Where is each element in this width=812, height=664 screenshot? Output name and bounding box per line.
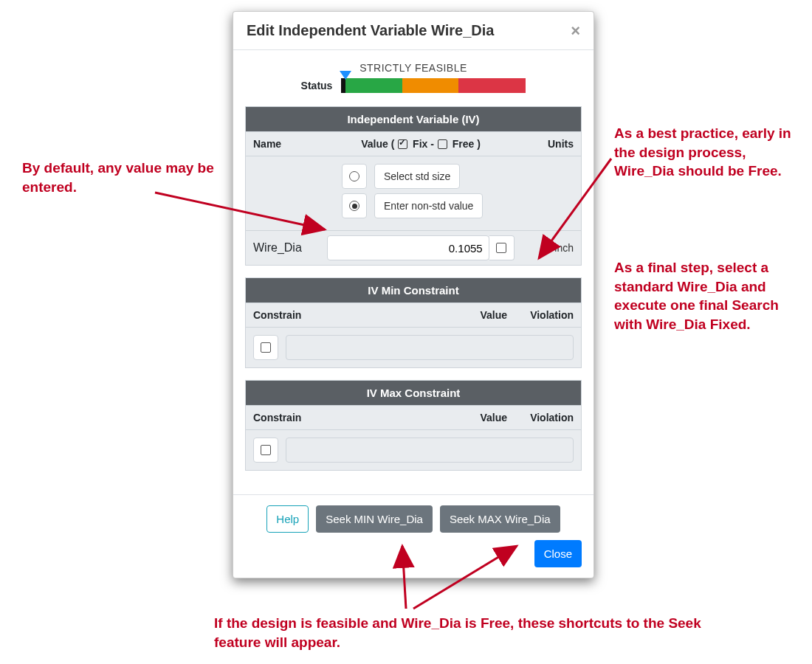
annotation-left: By default, any value may be entered. <box>22 159 214 196</box>
max-constraint-section: IV Max Constraint Constrain Value Violat… <box>245 380 582 471</box>
radio-icon <box>349 201 359 211</box>
free-glyph-icon <box>438 139 447 149</box>
col-value-prefix: Value ( <box>361 138 397 150</box>
annotation-bottom: If the design is feasible and Wire_Dia i… <box>214 614 701 651</box>
checkbox-icon <box>261 445 271 455</box>
fix-checkbox[interactable] <box>489 235 515 260</box>
status-marker-icon <box>340 71 351 80</box>
status-seg-red <box>458 78 526 93</box>
radio-checked-icon <box>352 204 357 209</box>
annotation-right-2: As a final step, select a standard Wire_… <box>614 258 799 334</box>
size-mode-group: Select std size Enter non-std value <box>246 156 581 230</box>
iv-units: inch <box>515 236 581 260</box>
radio-nonstd-control[interactable] <box>342 193 367 218</box>
max-columns: Constrain Value Violation <box>246 405 581 430</box>
min-constraint-header: IV Min Constraint <box>246 278 581 302</box>
col-violation: Violation <box>515 406 581 429</box>
seek-min-button[interactable]: Seek MIN Wire_Dia <box>316 505 433 533</box>
feasibility-status-text: STRICTLY FEASIBLE <box>245 62 582 74</box>
checkbox-icon <box>261 342 271 353</box>
col-value: Value <box>342 406 515 429</box>
radio-nonstd-value[interactable]: Enter non-std value <box>342 193 574 218</box>
seek-max-button[interactable]: Seek MAX Wire_Dia <box>440 505 560 533</box>
wire-dia-input[interactable] <box>327 235 489 260</box>
annotation-right-1: As a best practice, early in the design … <box>614 124 799 181</box>
col-value-fix: Fix - <box>410 138 437 150</box>
max-constrain-checkbox[interactable] <box>253 438 278 463</box>
help-button[interactable]: Help <box>266 505 309 533</box>
modal-footer: Help Seek MIN Wire_Dia Seek MAX Wire_Dia… <box>233 494 593 578</box>
radio-icon <box>349 171 359 181</box>
fix-glyph-icon <box>398 139 407 149</box>
modal-header: Edit Independent Variable Wire_Dia × <box>233 12 593 50</box>
min-constraint-body <box>246 328 581 367</box>
col-value: Value <box>342 303 515 327</box>
status-seg-green <box>345 78 402 93</box>
col-constrain: Constrain <box>246 303 342 327</box>
min-value-input[interactable] <box>286 335 574 360</box>
col-units: Units <box>515 132 581 156</box>
checkbox-icon <box>496 243 506 253</box>
edit-iv-modal: Edit Independent Variable Wire_Dia × STR… <box>233 11 594 578</box>
iv-columns: Name Value ( Fix - Free ) Units <box>246 131 581 156</box>
col-value-free: Free ) <box>450 138 481 150</box>
modal-body: STRICTLY FEASIBLE Status Independent Var… <box>233 50 593 494</box>
iv-name: Wire_Dia <box>246 235 327 260</box>
enter-nonstd-button[interactable]: Enter non-std value <box>374 193 483 218</box>
status-label: Status <box>301 80 333 91</box>
iv-data-row: Wire_Dia inch <box>246 230 581 265</box>
footer-row: Help Seek MIN Wire_Dia Seek MAX Wire_Dia <box>245 505 582 533</box>
modal-title: Edit Independent Variable Wire_Dia <box>247 22 494 39</box>
radio-std-control[interactable] <box>342 164 367 189</box>
max-value-input[interactable] <box>286 438 574 463</box>
close-button[interactable]: Close <box>534 540 582 567</box>
min-constraint-section: IV Min Constraint Constrain Value Violat… <box>245 277 582 368</box>
min-columns: Constrain Value Violation <box>246 302 581 328</box>
min-constrain-checkbox[interactable] <box>253 335 278 360</box>
iv-section-header: Independent Variable (IV) <box>246 107 581 131</box>
status-bar <box>341 78 526 93</box>
col-constrain: Constrain <box>246 406 342 429</box>
col-name: Name <box>246 132 327 156</box>
iv-section: Independent Variable (IV) Name Value ( F… <box>245 106 582 266</box>
max-constraint-body <box>246 430 581 470</box>
col-violation: Violation <box>515 303 581 327</box>
status-row: Status <box>245 78 582 93</box>
select-std-size-button[interactable]: Select std size <box>374 164 460 189</box>
radio-std-size[interactable]: Select std size <box>342 164 574 189</box>
max-constraint-header: IV Max Constraint <box>246 381 581 405</box>
col-value: Value ( Fix - Free ) <box>327 132 515 156</box>
status-seg-orange <box>402 78 458 93</box>
close-icon[interactable]: × <box>571 23 580 39</box>
